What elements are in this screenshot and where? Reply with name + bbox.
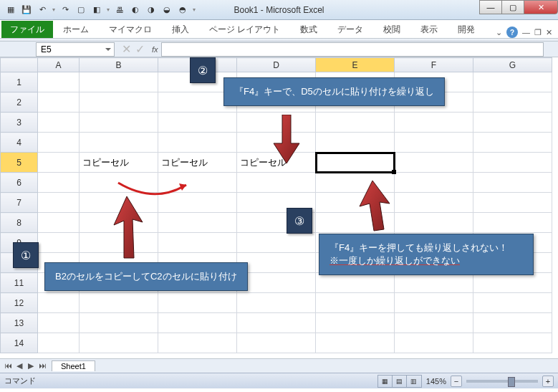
qat-dropdown-icon[interactable]: ▾	[106, 6, 110, 13]
redo-icon[interactable]: ↷	[59, 4, 72, 16]
cell-B1[interactable]	[80, 72, 158, 92]
qat-dropdown-icon[interactable]: ▾	[52, 6, 56, 13]
cell-D13[interactable]	[237, 313, 316, 333]
file-tab[interactable]: ファイル	[1, 21, 53, 38]
row-header[interactable]: 7	[1, 193, 38, 213]
col-header[interactable]: E	[316, 58, 395, 72]
excel-icon[interactable]: ▦	[4, 4, 17, 16]
name-box[interactable]: E5	[36, 42, 115, 57]
row-header[interactable]: 5	[1, 153, 38, 173]
next-sheet-icon[interactable]: ▶	[26, 361, 36, 371]
cell-D11[interactable]	[237, 273, 316, 293]
row-header[interactable]: 11	[1, 273, 38, 293]
maximize-button[interactable]: ▢	[501, 0, 524, 14]
cell-D10[interactable]	[237, 253, 316, 273]
cell-B5[interactable]: コピーセル	[80, 153, 158, 173]
workbook-minimize-icon[interactable]: —	[522, 28, 530, 37]
cell-F8[interactable]	[395, 213, 473, 233]
tab-home[interactable]: ホーム	[53, 21, 99, 38]
cell-E5[interactable]	[316, 153, 395, 173]
cell-A13[interactable]	[38, 313, 80, 333]
cell-B2[interactable]	[80, 92, 158, 113]
cell-F5[interactable]	[395, 153, 473, 173]
enter-icon[interactable]: ✓	[135, 42, 145, 56]
cell-A2[interactable]	[38, 92, 80, 113]
row-header[interactable]: 13	[1, 313, 38, 333]
cell-A9[interactable]	[38, 233, 80, 253]
help-icon[interactable]: ?	[506, 27, 518, 38]
cell-E4[interactable]	[316, 133, 395, 153]
row-header[interactable]: 2	[1, 92, 38, 113]
cell-A3[interactable]	[38, 113, 80, 133]
close-button[interactable]: ✕	[524, 0, 558, 14]
cell-G7[interactable]	[473, 193, 552, 213]
ribbon-collapse-icon[interactable]: ⌄	[496, 28, 502, 37]
cell-D12[interactable]	[237, 293, 316, 313]
prev-sheet-icon[interactable]: ◀	[14, 361, 24, 371]
col-header[interactable]: B	[80, 58, 158, 72]
cell-D14[interactable]	[237, 333, 316, 353]
tab-review[interactable]: 校閲	[373, 21, 410, 38]
cell-A14[interactable]	[38, 333, 80, 353]
cell-F14[interactable]	[395, 333, 473, 353]
save-icon[interactable]: 💾	[20, 4, 33, 16]
zoom-out-button[interactable]: −	[451, 376, 462, 387]
row-header[interactable]: 14	[1, 333, 38, 353]
cell-D6[interactable]	[237, 173, 316, 193]
cell-B14[interactable]	[80, 333, 158, 353]
qat-icon[interactable]: ◑	[145, 4, 158, 16]
qat-icon[interactable]: ◒	[160, 4, 173, 16]
cell-G8[interactable]	[473, 213, 552, 233]
normal-view-icon[interactable]: ▦	[378, 376, 393, 387]
tab-data[interactable]: データ	[327, 21, 373, 38]
qat-icon[interactable]: ◐	[129, 4, 142, 16]
cell-F11[interactable]	[395, 273, 473, 293]
new-icon[interactable]: ▢	[74, 4, 87, 16]
tab-formulas[interactable]: 数式	[290, 21, 327, 38]
cell-E14[interactable]	[316, 333, 395, 353]
first-sheet-icon[interactable]: ⏮	[3, 361, 13, 371]
row-header[interactable]: 1	[1, 72, 38, 92]
cell-F4[interactable]	[395, 133, 473, 153]
undo-icon[interactable]: ↶	[36, 4, 49, 16]
col-header[interactable]: G	[473, 58, 552, 72]
page-break-view-icon[interactable]: ▥	[407, 376, 421, 387]
cell-G11[interactable]	[473, 273, 552, 293]
sheet-nav-buttons[interactable]: ⏮ ◀ ▶ ⏭	[0, 361, 50, 371]
cell-B3[interactable]	[80, 113, 158, 133]
cell-F7[interactable]	[395, 193, 473, 213]
cell-B13[interactable]	[80, 313, 158, 333]
formula-bar[interactable]	[161, 42, 544, 57]
row-header[interactable]: 3	[1, 113, 38, 133]
qat-icon[interactable]: ◓	[176, 4, 189, 16]
view-buttons[interactable]: ▦ ▤ ▥	[377, 375, 422, 388]
row-header[interactable]: 12	[1, 293, 38, 313]
minimize-button[interactable]: —	[479, 0, 502, 14]
sheet-tab[interactable]: Sheet1	[52, 360, 95, 371]
workbook-close-icon[interactable]: ✕	[546, 28, 552, 37]
zoom-slider[interactable]	[466, 380, 538, 383]
cell-G5[interactable]	[473, 153, 552, 173]
cell-A8[interactable]	[38, 213, 80, 233]
tab-mymacro[interactable]: マイマクロ	[99, 21, 162, 38]
cell-C4[interactable]	[158, 133, 237, 153]
tab-pagelayout[interactable]: ページ レイアウト	[199, 21, 290, 38]
cell-D9[interactable]	[237, 233, 316, 253]
qat-icon[interactable]: ◧	[90, 4, 103, 16]
cell-F6[interactable]	[395, 173, 473, 193]
cell-E3[interactable]	[316, 113, 395, 133]
qat-more-icon[interactable]: ▾	[192, 6, 196, 13]
page-layout-view-icon[interactable]: ▤	[393, 376, 407, 387]
workbook-restore-icon[interactable]: ❐	[534, 28, 542, 37]
cell-C12[interactable]	[158, 293, 237, 313]
cell-G4[interactable]	[473, 133, 552, 153]
cancel-icon[interactable]: ✕	[122, 42, 131, 56]
cell-G12[interactable]	[473, 293, 552, 313]
cell-G14[interactable]	[473, 333, 552, 353]
cell-C8[interactable]	[158, 213, 237, 233]
cell-A12[interactable]	[38, 293, 80, 313]
print-preview-icon[interactable]: 🖶	[113, 4, 126, 16]
tab-developer[interactable]: 開発	[448, 21, 485, 38]
cell-G13[interactable]	[473, 313, 552, 333]
cell-G6[interactable]	[473, 173, 552, 193]
